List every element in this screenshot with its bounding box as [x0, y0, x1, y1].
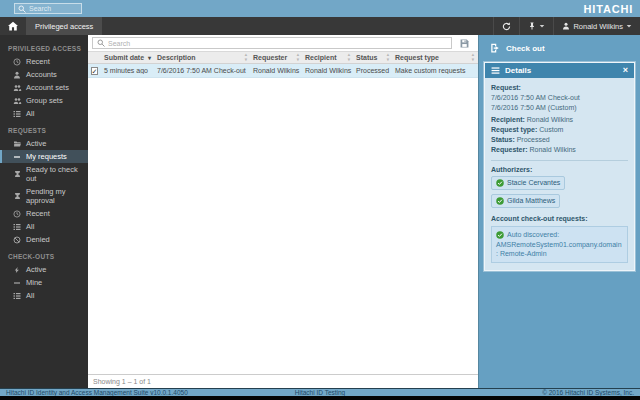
search-icon: [97, 39, 105, 47]
sidebar: PRIVILEGED ACCESS Recent Accounts Accoun…: [0, 35, 88, 388]
sidebar-item-all-checkouts[interactable]: All: [0, 289, 88, 302]
main-content: Submit date ▾ Description ▴▾ Requester ▴…: [88, 35, 478, 388]
right-panel: Check out Details × Request: 7/6/2016 7:…: [478, 35, 640, 388]
list-icon: [12, 292, 22, 300]
sort-icon[interactable]: ▴▾: [472, 53, 474, 61]
sort-icon[interactable]: ▴▾: [245, 53, 247, 61]
chevron-down-icon: [626, 23, 632, 29]
account-prefix: Auto discovered:: [507, 230, 559, 240]
divider: [491, 160, 628, 161]
sidebar-item-label: Recent: [26, 57, 50, 66]
sidebar-item-label: Active: [26, 265, 46, 274]
table-header-submit-date[interactable]: Submit date ▾: [101, 52, 154, 63]
authorizer-name: Gilda Matthews: [507, 196, 555, 206]
cell-description: 7/6/2016 7:50 AM Check-out: [154, 67, 250, 74]
sidebar-item-label: Active: [26, 139, 46, 148]
details-panel: Details × Request: 7/6/2016 7:50 AM Chec…: [484, 62, 635, 271]
sidebar-item-label: All: [26, 222, 34, 231]
sort-desc-icon[interactable]: ▾: [148, 55, 151, 61]
sidebar-item-label: All: [26, 109, 34, 118]
request-line: 7/6/2016 7:50 AM Check-out: [491, 93, 628, 103]
table-header-request-type[interactable]: Request type ▴▾: [392, 52, 477, 63]
bolt-icon: [12, 266, 22, 274]
authorizer-chip[interactable]: Gilda Matthews: [491, 194, 560, 208]
check-circle-icon: [496, 231, 504, 239]
sidebar-item-group-sets[interactable]: Group sets: [0, 94, 88, 107]
field-value: Processed: [517, 136, 550, 143]
detail-field: Status: Processed: [491, 135, 628, 145]
refresh-icon: [502, 22, 511, 31]
hourglass-icon: [12, 192, 22, 200]
search-icon: [18, 5, 26, 13]
tab-privileged-access[interactable]: Privileged access: [26, 17, 102, 35]
cell-status: Processed: [353, 67, 392, 74]
sidebar-item-all-requests[interactable]: All: [0, 220, 88, 233]
table-header-description[interactable]: Description ▴▾: [154, 52, 250, 63]
denied-icon: [12, 236, 22, 244]
sidebar-item-label: Denied: [26, 235, 50, 244]
table-search-input[interactable]: [108, 40, 447, 47]
sidebar-item-recent[interactable]: Recent: [0, 55, 88, 68]
column-label: Requester: [253, 54, 287, 61]
column-label: Submit date: [104, 54, 144, 61]
table-header-recipient[interactable]: Recipient ▴▾: [302, 52, 353, 63]
table-header-requester[interactable]: Requester ▴▾: [250, 52, 302, 63]
check-circle-icon: [496, 197, 504, 205]
field-value: Ronald Wilkins: [530, 146, 576, 153]
export-button[interactable]: [460, 39, 469, 48]
check-circle-icon: [496, 179, 504, 187]
account-checkout-entry[interactable]: Auto discovered: AMSRemoteSystem01.compa…: [491, 226, 628, 263]
authorizer-chip[interactable]: Stacie Cervantes: [491, 176, 565, 190]
sidebar-item-denied[interactable]: Denied: [0, 233, 88, 246]
sidebar-item-all-privileged[interactable]: All: [0, 107, 88, 120]
sidebar-item-label: Group sets: [26, 96, 63, 105]
home-button[interactable]: [0, 17, 26, 35]
pin-icon: [528, 22, 536, 30]
global-search[interactable]: [14, 3, 82, 14]
column-label: Recipient: [305, 54, 337, 61]
sidebar-item-label: Account sets: [26, 83, 69, 92]
global-search-input[interactable]: [29, 5, 78, 12]
sort-icon[interactable]: ▴▾: [297, 53, 299, 61]
sort-icon[interactable]: ▴▾: [348, 53, 350, 61]
user-menu-button[interactable]: Ronald Wilkins: [553, 17, 640, 35]
field-label: Status:: [491, 136, 515, 143]
sidebar-item-accounts[interactable]: Accounts: [0, 68, 88, 81]
table-header-row: Submit date ▾ Description ▴▾ Requester ▴…: [88, 51, 478, 64]
table-search[interactable]: [92, 37, 452, 49]
cell-submit-date: 5 minutes ago: [101, 67, 154, 74]
table-header-status[interactable]: Status ▴▾: [353, 52, 392, 63]
bottom-black-strip: [0, 396, 640, 400]
users-icon: [12, 97, 22, 105]
close-icon[interactable]: ×: [623, 66, 628, 75]
sort-icon[interactable]: ▴▾: [387, 53, 389, 61]
sidebar-item-account-sets[interactable]: Account sets: [0, 81, 88, 94]
sidebar-item-ready-to-check-out[interactable]: Ready to check out: [0, 163, 88, 185]
nav-bar: Privileged access Ronald Wilkins: [0, 17, 640, 35]
check-out-label: Check out: [506, 44, 545, 53]
column-label: Description: [157, 54, 196, 61]
hitachi-logo: HITACHI: [584, 3, 633, 15]
cell-request-type: Make custom requests: [392, 67, 477, 74]
details-title: Details: [505, 66, 531, 75]
sidebar-item-label: All: [26, 291, 34, 300]
field-label: Request type:: [491, 126, 537, 133]
users-icon: [12, 84, 22, 92]
detail-field: Request type: Custom: [491, 125, 628, 135]
refresh-button[interactable]: [493, 17, 519, 35]
sidebar-item-active-checkouts[interactable]: Active: [0, 263, 88, 276]
list-icon: [12, 110, 22, 118]
pin-menu-button[interactable]: [519, 17, 553, 35]
table-row[interactable]: ✓ 5 minutes ago 7/6/2016 7:50 AM Check-o…: [88, 64, 478, 78]
check-out-button[interactable]: Check out: [479, 35, 640, 62]
top-bar: HITACHI: [0, 0, 640, 17]
row-checkbox[interactable]: ✓: [91, 67, 99, 75]
sidebar-item-pending-my-approval[interactable]: Pending my approval: [0, 185, 88, 207]
sidebar-item-my-requests[interactable]: My requests: [0, 150, 88, 163]
sidebar-item-active-requests[interactable]: Active: [0, 137, 88, 150]
table-pagination-status: Showing 1 – 1 of 1: [88, 374, 478, 388]
sidebar-item-label: My requests: [26, 152, 67, 161]
sidebar-item-recent-requests[interactable]: Recent: [0, 207, 88, 220]
sidebar-item-mine-checkouts[interactable]: Mine: [0, 276, 88, 289]
status-bar: Hitachi ID Identity and Access Managemen…: [0, 388, 640, 396]
